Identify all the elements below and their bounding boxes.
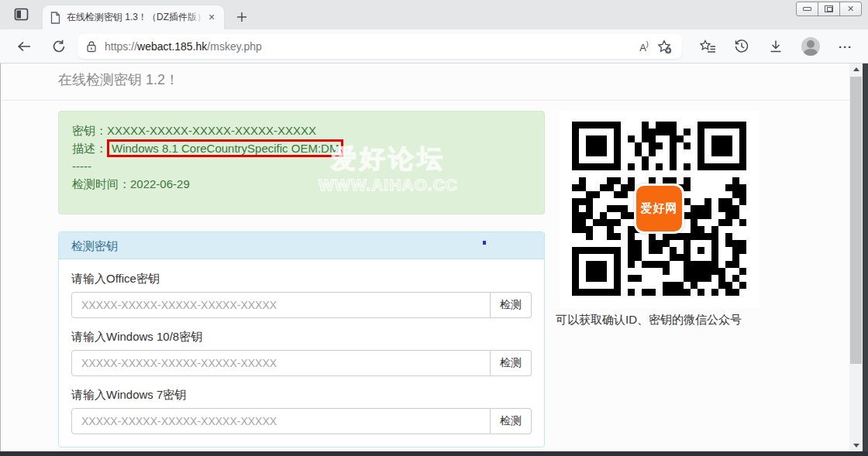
qr-caption: 可以获取确认ID、密钥的微信公众号 [556, 313, 773, 327]
text-caret-artifact [483, 241, 486, 245]
window-border-right [863, 63, 868, 456]
toolbar-right-icons: ··· [699, 29, 854, 63]
office-key-group: 请输入Office密钥 检测 [71, 270, 532, 318]
minimize-button[interactable] [796, 2, 818, 16]
url-text[interactable]: https://webact.185.hk/mskey.php [105, 40, 634, 53]
tab-title: 在线检测密钥 1.3！（DZ插件版） [67, 11, 205, 24]
refresh-button[interactable] [50, 37, 68, 56]
page-title: 在线检测密钥 1.2！ [58, 70, 179, 89]
page-favicon-icon [50, 12, 60, 24]
result-separator: ----- [72, 157, 531, 175]
favorites-icon[interactable] [699, 38, 716, 55]
window-border-left [0, 63, 1, 451]
result-key-line: 密钥：XXXXX-XXXXX-XXXXX-XXXXX-XXXXX [72, 122, 531, 139]
windows7-key-check-button[interactable]: 检测 [491, 408, 532, 434]
tab-title-fade [185, 11, 205, 23]
result-desc-line: 描述：Windows 8.1 CoreCountrySpecific OEM:D… [72, 139, 531, 157]
windows10-key-input[interactable] [71, 350, 491, 376]
scrollbar-thumb[interactable] [850, 77, 862, 364]
close-icon: ✕ [847, 4, 854, 14]
key-check-panel: 检测密钥 请输入Office密钥 检测 请输入Windows 10/8密钥 检测 [58, 231, 545, 447]
back-button[interactable] [15, 37, 33, 56]
browser-toolbar: https://webact.185.hk/mskey.php A) [0, 29, 868, 63]
window-border-bottom [0, 451, 868, 456]
tab-actions-menu-icon[interactable] [12, 7, 31, 22]
lock-icon[interactable] [85, 40, 98, 53]
close-button[interactable]: ✕ [839, 2, 862, 16]
maximize-icon [825, 5, 833, 12]
tab-close-icon[interactable]: ✕ [205, 12, 218, 24]
office-key-input[interactable] [71, 292, 491, 318]
tab-strip: 在线检测密钥 1.3！（DZ插件版） ✕ ✕ [0, 0, 868, 29]
minimize-icon [803, 7, 811, 11]
new-tab-button[interactable] [232, 8, 251, 26]
panel-body: 请输入Office密钥 检测 请输入Windows 10/8密钥 检测 请输入W… [59, 259, 544, 447]
web-page: 在线检测密钥 1.2！ 密钥：XXXXX-XXXXX-XXXXX-XXXXX-X… [1, 63, 849, 451]
wechat-qr-code: 爱好网 [560, 111, 760, 307]
history-icon[interactable] [733, 38, 750, 55]
heading-divider [1, 100, 849, 101]
scroll-down-icon[interactable] [849, 440, 863, 451]
result-time-line: 检测时间：2022-06-29 [72, 175, 531, 193]
windows7-key-group: 请输入Windows 7密钥 检测 [71, 386, 532, 434]
scroll-up-icon[interactable] [849, 63, 863, 75]
office-key-label: 请输入Office密钥 [71, 270, 532, 286]
red-annotation-box: Windows 8.1 CoreCountrySpecific OEM:DM [107, 139, 343, 157]
settings-more-icon[interactable]: ··· [837, 38, 854, 55]
vertical-scrollbar[interactable] [849, 63, 863, 451]
windows10-key-check-button[interactable]: 检测 [491, 350, 532, 376]
key-result-alert: 密钥：XXXXX-XXXXX-XXXXX-XXXXX-XXXXX 描述：Wind… [58, 111, 545, 214]
maximize-button[interactable] [818, 2, 840, 16]
qr-center-logo: 爱好网 [634, 183, 684, 234]
address-bar[interactable]: https://webact.185.hk/mskey.php A) [78, 34, 682, 59]
downloads-icon[interactable] [767, 38, 784, 55]
windows10-key-group: 请输入Windows 10/8密钥 检测 [71, 328, 532, 376]
window-controls: ✕ [797, 2, 862, 16]
browser-tab[interactable]: 在线检测密钥 1.3！（DZ插件版） ✕ [43, 5, 224, 29]
profile-avatar[interactable] [801, 37, 820, 56]
add-favorite-icon[interactable] [654, 36, 674, 57]
office-key-check-button[interactable]: 检测 [491, 292, 532, 318]
panel-header: 检测密钥 [59, 232, 544, 259]
windows7-key-label: 请输入Windows 7密钥 [71, 386, 532, 403]
windows10-key-label: 请输入Windows 10/8密钥 [71, 328, 532, 345]
browser-window: 在线检测密钥 1.3！（DZ插件版） ✕ ✕ [0, 0, 868, 456]
read-aloud-icon[interactable]: A) [634, 36, 654, 57]
windows7-key-input[interactable] [71, 408, 491, 434]
